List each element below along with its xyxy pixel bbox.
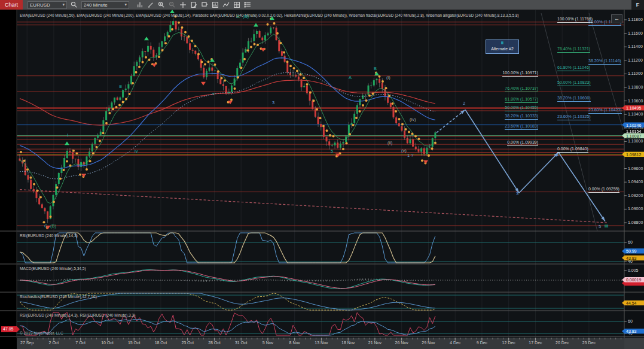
wave-label[interactable]: (i) (386, 75, 390, 80)
grid-icon[interactable] (232, 1, 242, 9)
interval-value: 240 Minute (84, 2, 108, 8)
date-label: 21 Nov (368, 341, 381, 345)
crosshair-icon[interactable] (178, 1, 188, 9)
collapse-panel-button[interactable]: ← (611, 14, 622, 23)
fib-retracement-label[interactable]: 50.00% (1.10455) (505, 105, 538, 111)
tab-chart[interactable]: Chart (0, 0, 23, 10)
panel-label: RSI(EURUSD (240 Minute),14,3), RSI(EURUS… (20, 313, 135, 318)
date-label: 17 Dec (529, 341, 542, 345)
fib-retracement-label[interactable]: 100.00% (1.10971) (502, 71, 538, 77)
indicator-label: EMA(EURUSD (240 Minute),50), EMA(EURUSD … (20, 13, 519, 18)
wave-label[interactable]: 2 (463, 101, 465, 106)
date-label: 10 Oct (101, 341, 114, 345)
wave-label[interactable]: iii (119, 84, 122, 89)
date-label: 29 Nov (422, 341, 435, 345)
fib-retracement-label[interactable]: 0.00% (1.09939) (507, 140, 538, 146)
toolbar-icon-strip (135, 1, 253, 9)
value-badge: 43.83 (622, 329, 644, 334)
price-tick-label: 1.09400 (628, 180, 643, 184)
fib-retracement-label[interactable]: 0.00% (1.09840) (557, 147, 588, 153)
price-tick-label: 1.09000 (628, 207, 643, 211)
interval-selector[interactable]: 240 Minute ▾ (81, 1, 129, 9)
price-tick-label: 1.09200 (628, 193, 643, 198)
price-tick-label: 1.11600 (628, 31, 643, 36)
date-label: 5 Nov (263, 341, 273, 345)
panel-tick-label: 60 (628, 240, 633, 245)
value-badge-left: 47.05 (1, 326, 20, 332)
panel-label: MACD(EURUSD (240 Minute),5,34,5) (20, 266, 86, 271)
fib-retracement-label[interactable]: 23.60% (1.10183) (505, 124, 538, 130)
zoom-in-icon[interactable] (157, 1, 166, 9)
document-edit-icon[interactable] (189, 1, 199, 9)
wave-label[interactable]: 1 ? (407, 153, 413, 158)
fib-retracement-label[interactable]: 100.00% (1.11766) (557, 17, 593, 23)
fib-retracement-label[interactable]: 0.00% (1.09255) (588, 187, 619, 193)
date-label: 28 Oct (208, 341, 221, 345)
wave-label[interactable]: 5 (599, 224, 601, 229)
chart-window-icon[interactable] (210, 1, 220, 9)
date-label: 31 Oct (235, 341, 248, 345)
wave-label[interactable]: i (67, 133, 68, 138)
wave-label[interactable]: C (44, 224, 47, 229)
price-tick-label: 1.11400 (628, 44, 643, 49)
flag-icon[interactable] (200, 1, 209, 9)
fib-retracement-label[interactable]: 61.80% (1.10577) (505, 97, 538, 103)
date-label: 15 Oct (128, 341, 141, 345)
date-label: 8 Nov (289, 341, 300, 345)
panel-label: Stochastics(EURUSD (240 Minute),42,7,16) (20, 295, 97, 299)
zigzag-icon[interactable] (221, 1, 231, 9)
wave-label[interactable]: C (237, 14, 240, 19)
price-tick-label: 1.08800 (628, 220, 643, 225)
wave-label[interactable]: 4 (556, 153, 558, 157)
chevron-down-icon: ▾ (63, 2, 65, 7)
bar-chart-icon[interactable] (135, 1, 145, 9)
copyright-label: © 2019 NinjaTrader, LLC (20, 331, 63, 336)
fib-retracement-label[interactable]: 38.20% (1.10333) (505, 114, 538, 120)
zoom-out-icon[interactable] (167, 1, 177, 9)
date-label: 20 Dec (556, 341, 569, 345)
date-label: 18 Oct (155, 341, 167, 345)
fib-retracement-label[interactable]: 23.60% (1.10423) (588, 108, 622, 114)
fib-retracement-label[interactable]: 76.40% (1.11321) (557, 47, 590, 53)
price-badge: 1.10495 (622, 105, 644, 111)
chevron-down-icon: ▾ (125, 2, 127, 7)
fib-retracement-label[interactable]: 76.40% (1.10737) (505, 86, 538, 92)
instrument-value: EURUSD (30, 2, 50, 8)
fib-retracement-label[interactable]: 38.20% (1.11146) (588, 59, 621, 65)
price-badge: 1.09812 (622, 151, 644, 157)
wave-label[interactable]: iii (605, 224, 608, 229)
wave-label[interactable]: 3 (272, 101, 274, 105)
wave-label[interactable]: 3 (516, 192, 518, 196)
fib-retracement-label[interactable]: 61.80% (1.11046) (557, 65, 590, 71)
fib-retracement-label[interactable]: 38.20% (1.10600) (557, 96, 591, 102)
wave-label[interactable]: (v) (401, 148, 407, 153)
search-icon[interactable] (69, 1, 79, 9)
price-tick-label: 1.10800 (628, 85, 643, 90)
panel-label: RSI(EURUSD (240 Minute),14,3) (20, 233, 78, 238)
wave-label[interactable]: (iv) (410, 117, 416, 122)
price-tick-label: 1.10000 (628, 139, 643, 144)
value-badge: 44.54 (622, 301, 644, 306)
alternate-count-label[interactable]: iiAlternate #2 (486, 40, 519, 54)
list-icon[interactable] (243, 1, 252, 9)
instrument-selector[interactable]: EURUSD ▾ (28, 1, 67, 9)
wave-label[interactable]: B (374, 66, 377, 71)
date-label: 7 Oct (75, 341, 86, 345)
date-label: 18 Nov (341, 341, 355, 345)
wave-label[interactable]: iv (135, 149, 138, 154)
wave-label[interactable]: A (349, 75, 352, 80)
date-label: 4 Dec (450, 341, 460, 345)
fib-retracement-label[interactable]: 23.60% (1.10325) (557, 114, 591, 120)
price-tick-label: 1.09600 (628, 166, 643, 171)
wave-label[interactable]: v (212, 92, 215, 96)
wave-label[interactable]: (B) (50, 224, 56, 229)
wave-label[interactable]: (B) (243, 14, 249, 19)
panel-tick-label: 60 (628, 319, 633, 324)
alternate-text: Alternate #2 (486, 46, 518, 52)
wave-label[interactable]: (ii) (387, 141, 392, 145)
wave-label[interactable]: 5 (331, 149, 333, 154)
fib-retracement-label[interactable]: 50.00% (1.10823) (557, 80, 591, 86)
pencil-icon[interactable] (146, 1, 155, 9)
alternate-wave-degree: ii (486, 40, 518, 46)
window-corner-label: F (631, 0, 644, 10)
